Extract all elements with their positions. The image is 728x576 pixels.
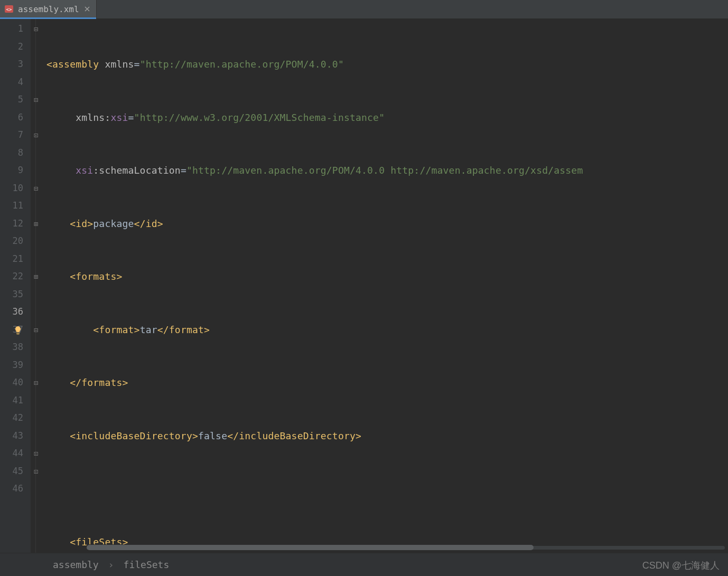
watermark: CSDN @七海健人 (642, 559, 720, 572)
line-number: 43 (0, 427, 31, 445)
line-number: 44 (0, 445, 31, 462)
line-number: 5 (0, 91, 31, 109)
scrollbar-thumb[interactable] (87, 545, 534, 550)
fold-collapse-icon[interactable]: ⊡ (32, 467, 40, 476)
line-number: 7 (0, 126, 31, 144)
line-number: 45 (0, 462, 31, 480)
line-number: 21 (0, 250, 31, 268)
fold-collapse-icon[interactable]: ⊟ (32, 326, 40, 334)
line-number: 6 (0, 109, 31, 127)
fold-collapse-icon[interactable]: ⊡ (32, 131, 40, 139)
horizontal-scrollbar[interactable] (87, 544, 725, 551)
tab-assembly-xml[interactable]: <> assembly.xml (0, 0, 97, 18)
line-number-gutter: 1234567891011122021223536373839404142434… (0, 19, 31, 553)
line-number: 20 (0, 232, 31, 250)
fold-collapse-icon[interactable]: ⊟ (32, 184, 40, 193)
line-number: 42 (0, 409, 31, 427)
line-number: 11 (0, 197, 31, 215)
line-number: 3 (0, 55, 31, 73)
tab-filename: assembly.xml (18, 4, 79, 14)
line-number: 8 (0, 144, 31, 162)
line-number: 46 (0, 480, 31, 498)
line-number: 4 (0, 73, 31, 91)
chevron-right-icon: › (108, 559, 114, 570)
svg-rect-3 (17, 334, 20, 334)
intention-bulb-icon[interactable] (13, 325, 24, 337)
fold-collapse-icon[interactable]: ⊟ (32, 379, 40, 387)
line-number: 36 (0, 303, 31, 321)
line-number: 2 (0, 38, 31, 56)
line-number: 12 (0, 215, 31, 233)
line-number: 10 (0, 180, 31, 197)
breadcrumbs: assembly › fileSets CSDN @七海健人 (0, 553, 728, 576)
fold-collapse-icon[interactable]: ⊟ (32, 96, 40, 104)
code-area[interactable]: <assembly xmlns="http://maven.apache.org… (43, 19, 728, 553)
breadcrumb-assembly[interactable]: assembly (53, 559, 99, 570)
line-number: 41 (0, 392, 31, 410)
fold-collapse-icon[interactable]: ⊡ (32, 449, 40, 458)
line-number: 35 (0, 286, 31, 304)
close-icon[interactable] (83, 5, 91, 13)
line-number: 38 (0, 338, 31, 356)
line-number: 1 (0, 20, 31, 38)
fold-column: ⊟⊟⊡⊟⊞⊞⊟⊟⊡⊡ (31, 19, 43, 553)
line-number: 39 (0, 356, 31, 374)
svg-rect-2 (16, 333, 20, 334)
fold-collapse-icon[interactable]: ⊟ (32, 25, 40, 33)
xml-file-icon: <> (4, 4, 14, 14)
fold-expand-icon[interactable]: ⊞ (32, 272, 40, 281)
tab-bar: <> assembly.xml (0, 0, 728, 19)
line-number: 40 (0, 374, 31, 392)
line-number: 22 (0, 268, 31, 286)
breadcrumb-filesets[interactable]: fileSets (124, 559, 170, 570)
line-number: 9 (0, 162, 31, 180)
fold-expand-icon[interactable]: ⊞ (32, 220, 40, 228)
editor: 1234567891011122021223536373839404142434… (0, 19, 728, 553)
svg-text:<>: <> (6, 7, 12, 12)
